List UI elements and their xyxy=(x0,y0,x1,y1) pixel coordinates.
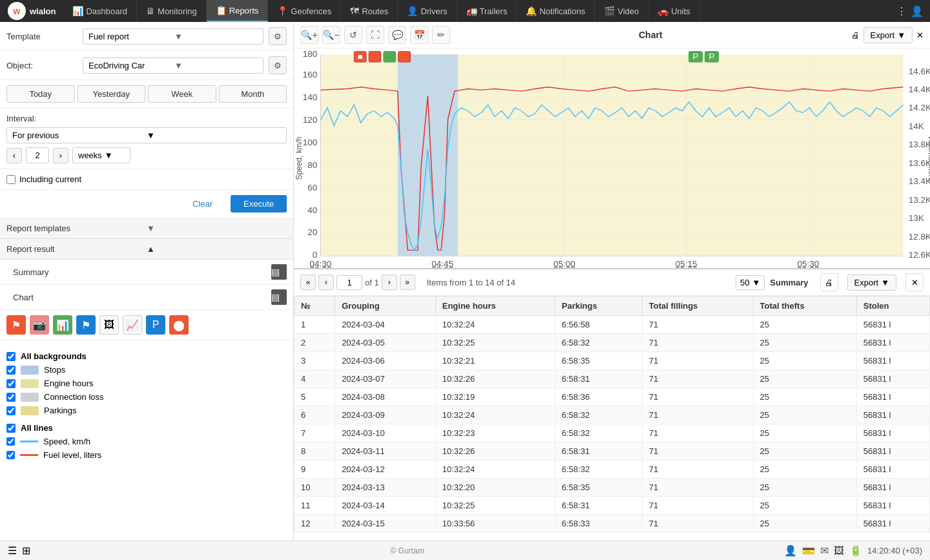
export-table-button[interactable]: Export ▼ xyxy=(847,275,896,291)
tool-icon-chart2[interactable]: 📈 xyxy=(123,315,142,335)
table-row[interactable]: 12024-03-0410:32:246:56:58712556831 l xyxy=(294,316,930,334)
interval-select[interactable]: For previous ▼ xyxy=(6,127,287,143)
nav-item-monitoring[interactable]: 🖥 Monitoring xyxy=(137,0,207,22)
legend-stops-checkbox[interactable] xyxy=(6,366,16,375)
calendar-button[interactable]: 📅 xyxy=(410,26,428,44)
app-logo[interactable]: w wialon xyxy=(0,2,63,20)
table-row[interactable]: 42024-03-0710:32:266:58:31712556831 l xyxy=(294,370,930,388)
left-panel: Template Fuel report ▼ ⚙ Object: EcoDriv… xyxy=(0,22,294,541)
tool-icon-green[interactable]: 📊 xyxy=(53,315,72,335)
nav-item-trailers[interactable]: 🚛 Trailers xyxy=(457,0,517,22)
table-row[interactable]: 82024-03-1110:32:266:58:31712556831 l xyxy=(294,442,930,461)
date-tab-today[interactable]: Today xyxy=(6,85,75,103)
report-result-section[interactable]: Report result ▲ xyxy=(0,239,293,260)
fullscreen-button[interactable]: ⛶ xyxy=(366,26,384,44)
tool-icon-image[interactable]: 🖼 xyxy=(99,315,119,335)
table-row[interactable]: 62024-03-0910:32:246:58:32712556831 l xyxy=(294,406,930,424)
legend-connection-loss-checkbox[interactable] xyxy=(6,393,16,402)
table-row[interactable]: 32024-03-0610:32:216:58:35712556831 l xyxy=(294,352,930,370)
zoom-out-button[interactable]: 🔍− xyxy=(322,26,340,44)
template-settings-button[interactable]: ⚙ xyxy=(269,27,287,45)
chart-section: 🔍+ 🔍− ↺ ⛶ 💬 📅 ✏ Chart 🖨 Export ▼ ✕ xyxy=(294,22,930,269)
date-tab-yesterday[interactable]: Yesterday xyxy=(78,85,146,103)
print-table-button[interactable]: 🖨 xyxy=(820,273,838,291)
nav-item-drivers[interactable]: 👤 Drivers xyxy=(398,0,457,22)
legend-all-lines-checkbox[interactable] xyxy=(6,424,16,433)
close-chart-button[interactable]: ✕ xyxy=(916,30,924,40)
table-row[interactable]: 122024-03-1510:33:566:58:33712556831 l xyxy=(294,515,930,533)
object-settings-button[interactable]: ⚙ xyxy=(269,56,287,74)
nav-label-notifications: Notifications xyxy=(539,6,585,16)
legend-fuel-label: Fuel level, liters xyxy=(43,450,101,460)
tool-icon-stop[interactable]: ⬤ xyxy=(169,315,189,335)
nav-item-routes[interactable]: 🗺 Routes xyxy=(341,0,398,22)
tool-icon-photo[interactable]: 📷 xyxy=(30,315,49,335)
table-row[interactable]: 92024-03-1210:32:246:58:32712556831 l xyxy=(294,461,930,479)
mail-status-icon[interactable]: ✉ xyxy=(820,544,829,557)
weeks-select[interactable]: weeks ▼ xyxy=(72,147,130,163)
close-table-button[interactable]: ✕ xyxy=(905,273,924,291)
sim-status-icon[interactable]: 💳 xyxy=(802,544,815,557)
legend-engine-hours-checkbox[interactable] xyxy=(6,379,16,388)
nav-item-notifications[interactable]: 🔔 Notifications xyxy=(517,0,595,22)
geofences-icon: 📍 xyxy=(277,6,288,16)
including-current-checkbox[interactable] xyxy=(6,175,16,184)
chart-header: 🔍+ 🔍− ↺ ⛶ 💬 📅 ✏ Chart 🖨 Export ▼ ✕ xyxy=(294,22,930,48)
edit-button[interactable]: ✏ xyxy=(432,26,450,44)
legend-all-backgrounds-checkbox[interactable] xyxy=(6,352,16,361)
grid-view-icon[interactable]: ⊞ xyxy=(22,544,30,557)
svg-text:14.4K: 14.4K xyxy=(909,85,930,94)
legend-fuel-checkbox[interactable] xyxy=(6,451,15,459)
zoom-reset-button[interactable]: ↺ xyxy=(344,26,362,44)
table-row[interactable]: 22024-03-0510:32:256:58:32712556831 l xyxy=(294,334,930,352)
legend-parkings-checkbox[interactable] xyxy=(6,406,16,415)
tool-icon-parking[interactable]: P xyxy=(146,315,165,335)
object-select[interactable]: EcoDriving Car ▼ xyxy=(83,57,264,74)
report-templates-section[interactable]: Report templates ▼ xyxy=(0,218,293,239)
clear-button[interactable]: Clear xyxy=(180,195,225,213)
result-item-chart[interactable]: Chart ▤ xyxy=(0,285,293,310)
page-input[interactable] xyxy=(336,275,362,290)
table-row[interactable]: 112024-03-1410:32:256:58:31712556831 l xyxy=(294,497,930,515)
nav-item-units[interactable]: 🚗 Units xyxy=(648,0,700,22)
action-row: Clear Execute xyxy=(0,190,293,218)
nav-item-video[interactable]: 🎬 Video xyxy=(595,0,648,22)
nav-item-reports[interactable]: 📋 Reports xyxy=(207,0,269,22)
user-account-icon[interactable]: 👤 xyxy=(911,5,924,17)
result-item-summary[interactable]: Summary ▤ xyxy=(0,260,293,285)
date-tab-month[interactable]: Month xyxy=(219,85,287,103)
last-page-button[interactable]: » xyxy=(400,275,415,290)
interval-next-button[interactable]: › xyxy=(53,148,68,163)
date-tab-week[interactable]: Week xyxy=(148,85,216,103)
table-row[interactable]: 52024-03-0810:32:196:58:36712556831 l xyxy=(294,388,930,406)
sidebar-toggle-icon[interactable]: ☰ xyxy=(8,544,17,557)
zoom-in-button[interactable]: 🔍+ xyxy=(300,26,318,44)
execute-button[interactable]: Execute xyxy=(231,195,287,213)
interval-number-input[interactable] xyxy=(26,147,49,163)
more-options-icon[interactable]: ⋮ xyxy=(896,5,907,17)
tool-icon-red[interactable]: ⚑ xyxy=(6,315,26,335)
next-page-button[interactable]: › xyxy=(382,275,397,290)
per-page-select[interactable]: 50 ▼ xyxy=(736,275,765,290)
nav-item-dashboard[interactable]: 📊 Dashboard xyxy=(63,0,137,22)
nav-item-geofences[interactable]: 📍 Geofences xyxy=(268,0,341,22)
svg-rect-22 xyxy=(369,52,381,63)
svg-text:120: 120 xyxy=(303,116,317,125)
export-chart-button[interactable]: Export ▼ xyxy=(863,27,913,43)
comment-button[interactable]: 💬 xyxy=(388,26,406,44)
table-row[interactable]: 102024-03-1310:32:206:58:35712556831 l xyxy=(294,479,930,497)
print-chart-button[interactable]: 🖨 xyxy=(851,30,860,40)
legend-speed-checkbox[interactable] xyxy=(6,437,15,446)
prev-page-button[interactable]: ‹ xyxy=(318,275,334,290)
table-row[interactable]: 72024-03-1010:32:236:58:32712556831 l xyxy=(294,424,930,442)
first-page-button[interactable]: « xyxy=(300,275,316,290)
legend-connection-loss-color xyxy=(21,393,39,402)
battery-status-icon[interactable]: 🔋 xyxy=(849,544,862,557)
interval-prev-button[interactable]: ‹ xyxy=(6,148,22,163)
user-status-icon[interactable]: 👤 xyxy=(784,544,797,557)
tool-icon-blue-flag[interactable]: ⚑ xyxy=(76,315,96,335)
svg-rect-24 xyxy=(398,52,411,63)
template-select[interactable]: Fuel report ▼ xyxy=(83,28,264,45)
template-value: Fuel report xyxy=(88,32,172,41)
image-status-icon[interactable]: 🖼 xyxy=(834,545,844,557)
